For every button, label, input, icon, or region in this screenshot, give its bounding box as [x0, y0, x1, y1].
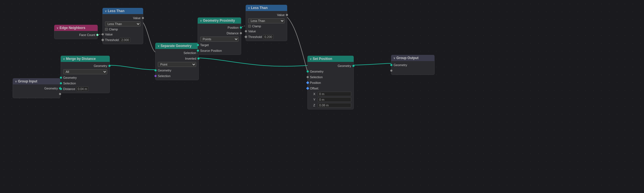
less-than-mode-select[interactable]: Less Than — [105, 21, 141, 26]
threshold-value-1[interactable]: 2.000 — [120, 38, 131, 42]
separate-geometry-title: Separate Geometry — [161, 44, 191, 48]
face-count-label: Face Count — [79, 33, 95, 37]
inverted-out-label: Inverted — [185, 57, 196, 60]
geom-in-socket[interactable] — [60, 77, 62, 79]
geom-out-sp-row: Geometry — [308, 63, 353, 69]
y-value[interactable]: 0 m — [318, 97, 351, 102]
value-in-row: Value — [103, 32, 143, 37]
geom-out-socket[interactable] — [108, 65, 111, 67]
value-out-label: Value — [133, 16, 141, 20]
geom-out-sp-socket[interactable] — [352, 65, 355, 67]
value-out-socket-2[interactable] — [286, 14, 288, 16]
distance-out-socket[interactable] — [240, 32, 242, 34]
set-position-header[interactable]: ∨ Set Position — [307, 56, 354, 62]
distance-out-label: Distance — [227, 32, 239, 35]
z-value[interactable]: 0.08 m — [318, 103, 351, 107]
threshold-value-2[interactable]: 0.200 — [263, 35, 274, 39]
offset-sp-socket[interactable] — [306, 87, 309, 90]
position-sp-row: Position — [308, 80, 353, 86]
sel-in-sp-socket[interactable] — [307, 76, 309, 78]
threshold-socket[interactable] — [101, 38, 104, 41]
clamp-checkbox[interactable] — [105, 28, 108, 31]
inverted-out-row: Inverted — [156, 56, 198, 61]
sep-sel-in-socket[interactable] — [154, 75, 157, 77]
threshold-label-2: Threshold — [248, 35, 262, 39]
z-row: Z 0.08 m — [308, 102, 353, 108]
selection-in-socket[interactable] — [60, 82, 62, 84]
group-output-node: ∨ Group Output Geometry — [391, 55, 435, 75]
edge-neighbors-node: ∨ Edge Neighbors Face Count — [54, 25, 98, 39]
position-out-socket[interactable] — [240, 26, 242, 29]
distance-value[interactable]: 0.04 m — [76, 87, 89, 91]
less-than-2-mode-select[interactable]: Less Than — [248, 18, 285, 23]
point-mode-select[interactable]: Point — [158, 62, 196, 67]
edge-neighbors-header[interactable]: ∨ Edge Neighbors — [54, 25, 98, 31]
group-input-body: Geometry — [13, 84, 60, 98]
clamp-checkbox-2[interactable] — [248, 25, 251, 28]
extra-output-socket[interactable] — [59, 93, 61, 95]
group-output-body: Geometry — [391, 61, 435, 75]
clamp-label: Clamp — [109, 28, 118, 31]
group-input-title: Group Input — [18, 79, 37, 83]
group-input-node: ∨ Group Input Geometry — [13, 78, 60, 98]
target-in-socket[interactable] — [197, 44, 199, 46]
geom-in-sp-socket[interactable] — [307, 70, 309, 73]
geom-in-go-label: Geometry — [394, 63, 407, 67]
geom-in-sp-label: Geometry — [310, 70, 323, 73]
group-input-header[interactable]: ∨ Group Input — [13, 78, 60, 84]
points-mode-select[interactable]: Points — [200, 37, 239, 42]
value-in-socket-2[interactable] — [245, 30, 247, 32]
value-in-socket[interactable] — [102, 33, 104, 35]
less-than-2-header[interactable]: ∨ Less Than — [246, 5, 287, 11]
merge-by-distance-header[interactable]: ∨ Merge by Distance — [61, 56, 110, 62]
target-in-row: Target — [198, 42, 241, 48]
less-than-1-body: Value Less Than Clamp Value Threshold 2.… — [102, 14, 143, 44]
selection-out-label: Selection — [184, 51, 196, 55]
face-count-row: Face Count — [54, 32, 97, 38]
less-than-1-header[interactable]: ∨ Less Than — [102, 8, 143, 14]
source-pos-socket[interactable] — [197, 50, 199, 52]
points-mode-row: Points — [198, 36, 241, 42]
sep-geom-in-socket[interactable] — [154, 69, 157, 71]
distance-label: Distance — [63, 87, 75, 91]
value-out-row-2: Value — [246, 12, 287, 18]
mode-row-2: Less Than — [246, 18, 287, 24]
geometry-proximity-title: Geometry Proximity — [203, 19, 235, 23]
chevron-icon: ∨ — [310, 57, 312, 60]
x-value[interactable]: 0 m — [318, 92, 351, 96]
set-position-title: Set Position — [313, 57, 332, 61]
merge-mode-select[interactable]: All — [63, 69, 107, 74]
geometry-proximity-node: ∨ Geometry Proximity Position Distance P… — [198, 17, 241, 55]
distance-socket[interactable] — [60, 88, 62, 90]
merge-by-distance-title: Merge by Distance — [66, 57, 96, 61]
offset-sp-label: Offset: — [310, 87, 319, 90]
source-pos-label: Source Position — [200, 49, 222, 52]
face-count-socket[interactable] — [96, 34, 99, 36]
geometry-proximity-header[interactable]: ∨ Geometry Proximity — [198, 17, 241, 24]
threshold-socket-2[interactable] — [244, 35, 247, 38]
sel-in-row: Selection — [156, 73, 198, 79]
clamp-row: Clamp — [103, 27, 143, 32]
chevron-icon: ∨ — [15, 80, 17, 83]
group-output-header[interactable]: ∨ Group Output — [391, 55, 435, 61]
sel-in-sp-row: Selection — [308, 74, 353, 80]
value-out-socket[interactable] — [142, 17, 144, 19]
value-in-row-2: Value — [246, 28, 287, 34]
chevron-icon: ∨ — [248, 6, 250, 10]
position-out-label: Position — [228, 26, 239, 29]
value-output-row: Value — [103, 15, 143, 21]
extra-in-go-row — [391, 68, 434, 73]
extra-in-go-socket[interactable] — [390, 69, 392, 72]
position-sp-label: Position — [310, 81, 321, 84]
selection-in-row: Selection — [61, 80, 109, 86]
geom-in-go-socket[interactable] — [390, 64, 392, 66]
inverted-out-socket[interactable] — [197, 57, 200, 60]
z-label: Z — [313, 104, 318, 107]
separate-geometry-header[interactable]: ∨ Separate Geometry — [155, 43, 199, 49]
threshold-row-2: Threshold 0.200 — [246, 34, 287, 40]
geometry-out-row: Geometry — [61, 63, 109, 69]
source-pos-row: Source Position — [198, 48, 241, 53]
geom-out-sp-label: Geometry — [338, 64, 351, 68]
mode-row: All — [61, 69, 109, 75]
position-sp-socket[interactable] — [306, 81, 309, 84]
